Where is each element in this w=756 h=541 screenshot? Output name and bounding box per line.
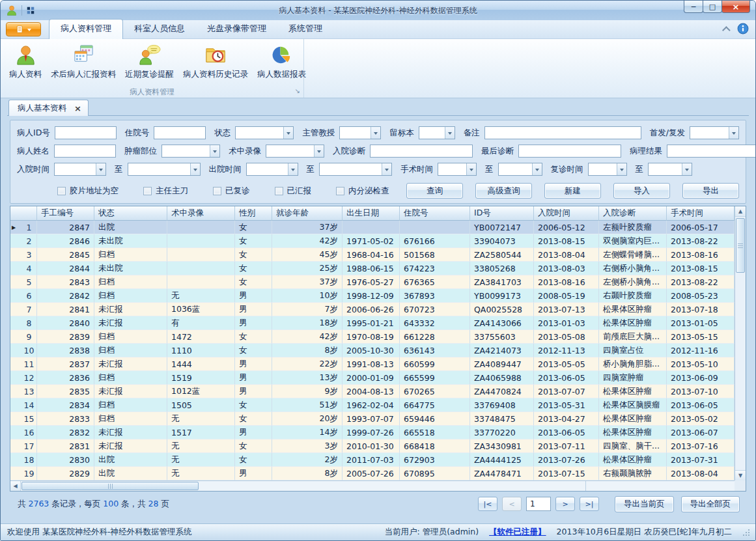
surgery-time-from-combo[interactable] xyxy=(438,163,477,176)
collapse-ribbon-icon[interactable] xyxy=(722,26,731,35)
data-report-button[interactable]: 病人数据报表 xyxy=(253,41,311,83)
column-header[interactable]: 手术时间 xyxy=(667,206,735,221)
history-record-button[interactable]: 病人资料历史记录 xyxy=(178,41,253,83)
dropdown-arrow-icon[interactable] xyxy=(190,163,200,175)
tab-close-icon[interactable]: × xyxy=(74,104,81,113)
table-row[interactable]: 142834归档1505女51岁1962-02-0466477533769408… xyxy=(10,398,735,412)
checkbox-icon[interactable] xyxy=(143,187,152,195)
patient-id-input[interactable] xyxy=(55,126,117,139)
table-row[interactable]: 192829出院无男8岁2005-07-26670895ZA4478471201… xyxy=(10,467,735,480)
dropdown-arrow-icon[interactable] xyxy=(682,163,692,175)
postop-report-button[interactable]: 术后病人汇报资料 xyxy=(46,41,120,83)
column-header[interactable]: 入院诊断 xyxy=(599,206,667,221)
revisited-checkbox[interactable]: 已复诊 xyxy=(213,186,250,197)
table-row[interactable]: 102838归档1110女8岁2005-10-30636143ZA4214073… xyxy=(10,344,735,357)
discharge-time-from-combo[interactable] xyxy=(246,163,298,176)
table-row[interactable]: 32845归档女45岁1968-04-16501568ZA25805442013… xyxy=(10,248,735,262)
revisit-time-from-combo[interactable] xyxy=(588,163,627,176)
column-header[interactable]: 手工编号 xyxy=(37,206,94,221)
last-page-button[interactable]: >| xyxy=(580,497,599,511)
table-row[interactable]: 162832未汇报1517男14岁1999-07-266655183377022… xyxy=(10,426,735,439)
quick-access-layout-icon[interactable] xyxy=(26,6,35,15)
table-row[interactable]: 22846未出院女42岁1971-05-02676166339040732013… xyxy=(10,234,735,248)
checkbox-icon[interactable] xyxy=(213,187,221,195)
dropdown-arrow-icon[interactable] xyxy=(445,127,455,139)
status-combo[interactable] xyxy=(235,126,294,139)
remark-input[interactable] xyxy=(484,126,641,139)
info-icon[interactable] xyxy=(737,23,749,35)
column-header[interactable]: 术中录像 xyxy=(167,206,235,221)
admission-time-to-combo[interactable] xyxy=(128,163,201,176)
surgery-time-to-combo[interactable] xyxy=(498,163,542,176)
supervising-professor-combo[interactable] xyxy=(339,126,381,139)
dropdown-arrow-icon[interactable] xyxy=(382,163,391,175)
horizontal-scroll-thumb[interactable] xyxy=(21,482,199,490)
dropdown-arrow-icon[interactable] xyxy=(288,163,298,175)
dropdown-arrow-icon[interactable] xyxy=(466,163,476,175)
revisit-time-to-combo[interactable] xyxy=(648,163,692,176)
table-row[interactable]: 172831未汇报无女3岁2010-01-30668418ZA343098120… xyxy=(10,439,735,453)
maximize-button[interactable]: □ xyxy=(703,1,722,13)
patient-name-input[interactable] xyxy=(54,145,116,158)
query-button[interactable]: 查询 xyxy=(406,183,463,199)
column-header[interactable]: 状态 xyxy=(94,206,167,221)
scroll-left-icon[interactable]: ◀ xyxy=(10,481,21,491)
dropdown-arrow-icon[interactable] xyxy=(729,127,738,139)
license-registered-link[interactable]: 【软件已注册】 xyxy=(489,527,546,538)
checkbox-icon[interactable] xyxy=(57,187,66,195)
column-header[interactable]: 住院号 xyxy=(400,206,470,221)
column-header[interactable]: 性别 xyxy=(235,206,272,221)
film-address-empty-checkbox[interactable]: 胶片地址为空 xyxy=(57,186,119,197)
final-diagnosis-input[interactable] xyxy=(518,145,621,158)
table-row[interactable]: 42844未出院女25岁1988-06-15674223338052682013… xyxy=(10,262,735,275)
admission-diagnosis-input[interactable] xyxy=(370,145,473,158)
minimize-button[interactable]: − xyxy=(684,1,703,13)
dropdown-arrow-icon[interactable] xyxy=(314,145,324,157)
table-row[interactable]: 72841未汇报1036蓝男7岁2006-06-26670723QA002552… xyxy=(10,303,735,316)
column-header[interactable]: ID号 xyxy=(470,206,534,221)
endocrine-exam-checkbox[interactable]: 内分泌检查 xyxy=(336,186,389,197)
advanced-query-button[interactable]: 高级查询 xyxy=(475,183,532,199)
table-row[interactable]: 132835未汇报1012蓝男9岁2004-08-13670265ZA44708… xyxy=(10,385,735,398)
table-row[interactable]: 112837未汇报1444男22岁1991-08-13660599ZA40894… xyxy=(10,357,735,371)
first-page-button[interactable]: |< xyxy=(478,497,497,511)
discharge-time-to-combo[interactable] xyxy=(319,163,392,176)
prev-page-button[interactable]: < xyxy=(502,497,522,511)
table-row[interactable]: 52843归档女37岁1976-05-27676365ZA38417032013… xyxy=(10,275,735,289)
table-row[interactable]: ▶12847出院女37岁YB00721472006-05-12左额叶胶质瘤200… xyxy=(10,221,735,234)
admission-time-from-combo[interactable] xyxy=(54,163,106,176)
pathology-result-input[interactable] xyxy=(667,145,755,158)
column-header[interactable]: 入院时间 xyxy=(534,206,599,221)
tab-disc-video-management[interactable]: 光盘录像带管理 xyxy=(196,20,277,38)
first-or-recurrence-combo[interactable] xyxy=(690,126,739,139)
horizontal-scrollbar[interactable]: ◀ xyxy=(10,480,746,491)
table-row[interactable]: 182830出院无女2岁2011-07-03672903ZA4444125201… xyxy=(10,453,735,467)
dropdown-arrow-icon[interactable] xyxy=(532,163,542,175)
revisit-reminder-button[interactable]: 近期复诊提醒 xyxy=(120,41,178,83)
new-button[interactable]: 新建 xyxy=(544,183,601,199)
tab-system-management[interactable]: 系统管理 xyxy=(277,20,333,38)
vertical-scrollbar[interactable]: ▲ ▼ xyxy=(735,206,746,480)
table-row[interactable]: 62842归档无男10岁1998-12-09367893YB0099173200… xyxy=(10,289,735,303)
column-header[interactable]: 就诊年龄 xyxy=(272,206,343,221)
intraop-video-combo[interactable] xyxy=(266,145,324,158)
checkbox-icon[interactable] xyxy=(336,187,344,195)
dropdown-arrow-icon[interactable] xyxy=(617,163,626,175)
tab-department-staff[interactable]: 科室人员信息 xyxy=(123,20,196,38)
table-row[interactable]: 122836归档1519男13岁2000-01-09665599ZA406598… xyxy=(10,371,735,385)
checkbox-icon[interactable] xyxy=(275,187,283,195)
tab-patient-data-management[interactable]: 病人资料管理 xyxy=(49,19,123,39)
resize-grip-icon[interactable] xyxy=(742,529,750,536)
tumor-site-combo[interactable] xyxy=(161,145,220,158)
admission-number-input[interactable] xyxy=(154,126,206,139)
scroll-up-icon[interactable]: ▲ xyxy=(735,206,746,217)
scroll-down-icon[interactable]: ▼ xyxy=(735,470,746,480)
table-row[interactable]: 92839归档1472女42岁1970-08-19661228337556032… xyxy=(10,330,735,344)
table-row[interactable]: 82840未汇报有男18岁1995-01-21643332ZA414306620… xyxy=(10,316,735,330)
dropdown-arrow-icon[interactable] xyxy=(210,145,219,157)
import-button[interactable]: 导入 xyxy=(613,183,670,199)
specimen-kept-combo[interactable] xyxy=(419,126,455,139)
patient-data-button[interactable]: 病人资料 xyxy=(5,41,46,83)
next-page-button[interactable]: > xyxy=(555,497,575,511)
dropdown-arrow-icon[interactable] xyxy=(96,163,105,175)
